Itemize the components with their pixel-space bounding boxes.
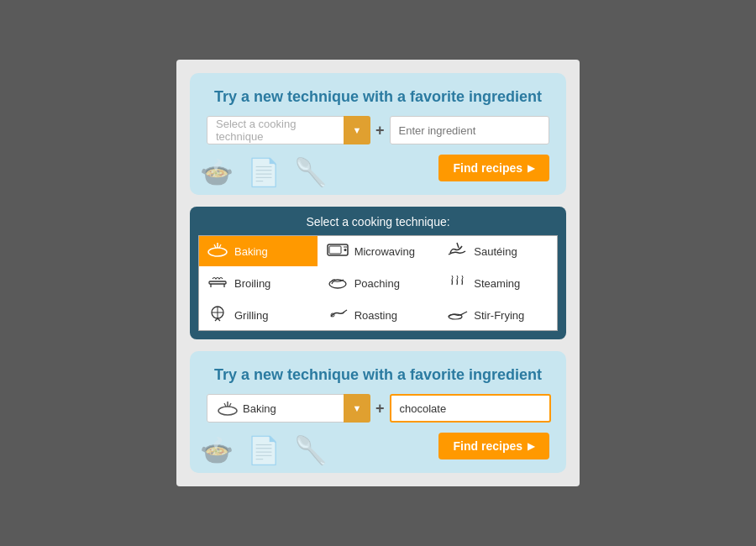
selected-technique-label: Baking	[243, 402, 276, 415]
card-filled: Try a new technique with a favorite ingr…	[190, 351, 566, 473]
svg-point-21	[218, 407, 237, 415]
svg-rect-5	[329, 246, 341, 254]
technique-grid: Baking Microwaving	[198, 235, 558, 331]
find-recipes-button-1[interactable]: Find recipes	[438, 155, 549, 181]
selected-technique-icon	[216, 400, 239, 417]
svg-point-6	[344, 249, 346, 251]
ingredient-input-2[interactable]	[390, 394, 551, 423]
grilling-icon	[206, 305, 229, 325]
svg-line-24	[229, 403, 231, 407]
baking-label: Baking	[234, 245, 268, 258]
whisk-icon-2: 🥄	[294, 434, 328, 466]
sauteing-icon	[445, 241, 469, 261]
main-container: Try a new technique with a favorite ingr…	[176, 60, 580, 486]
svg-line-19	[344, 310, 347, 312]
technique-item-stir-frying[interactable]: Stir-Frying	[438, 300, 557, 330]
svg-point-0	[208, 248, 227, 256]
bowl-icon: 🍲	[200, 156, 234, 188]
input-row-2: Baking +	[207, 394, 549, 423]
steaming-icon	[445, 273, 469, 293]
ingredient-input-1[interactable]	[390, 116, 549, 144]
technique-select-wrapper-1[interactable]: Select a cooking technique	[207, 116, 370, 144]
svg-rect-9	[209, 281, 226, 284]
recipe-icon-2: 📄	[247, 434, 281, 466]
plus-sign-2: +	[375, 400, 385, 417]
broiling-icon	[206, 273, 229, 293]
technique-item-baking[interactable]: Baking	[199, 236, 318, 266]
dropdown-arrow-2[interactable]	[344, 394, 370, 423]
steaming-label: Steaming	[474, 277, 520, 290]
technique-item-broiling[interactable]: Broiling	[199, 268, 318, 298]
technique-item-poaching[interactable]: Poaching	[319, 268, 438, 298]
poaching-label: Poaching	[354, 277, 400, 290]
technique-item-microwaving[interactable]: Microwaving	[319, 236, 438, 266]
bowl-icon-2: 🍲	[200, 434, 234, 466]
poaching-icon	[326, 273, 349, 293]
baking-icon	[206, 241, 229, 261]
find-recipes-button-2[interactable]: Find recipes	[438, 433, 549, 459]
technique-item-steaming[interactable]: Steaming	[438, 268, 557, 298]
technique-placeholder-1: Select a cooking technique	[216, 118, 339, 143]
microwaving-icon	[326, 241, 349, 261]
svg-line-8	[457, 243, 459, 248]
technique-item-roasting[interactable]: Roasting	[319, 300, 438, 330]
plus-sign-1: +	[375, 122, 385, 139]
stir-frying-icon	[445, 305, 469, 325]
roasting-label: Roasting	[354, 309, 397, 322]
card1-title: Try a new technique with a favorite ingr…	[207, 88, 549, 106]
technique-item-sauteing[interactable]: Sautéing	[438, 236, 557, 266]
whisk-icon: 🥄	[294, 156, 328, 188]
svg-line-23	[224, 403, 226, 407]
grilling-label: Grilling	[234, 309, 268, 322]
broiling-label: Broiling	[234, 277, 270, 290]
microwaving-label: Microwaving	[354, 245, 415, 258]
recipe-icon: 📄	[247, 156, 281, 188]
technique-select-wrapper-2[interactable]: Baking	[207, 394, 370, 423]
dropdown-panel-title: Select a cooking technique:	[198, 215, 558, 228]
dropdown-arrow-1[interactable]	[344, 116, 370, 144]
decorative-icons-2: 🍲 📄 🥄	[200, 434, 328, 466]
technique-dropdown-panel: Select a cooking technique: Baking	[190, 207, 566, 339]
svg-line-3	[219, 244, 221, 248]
roasting-icon	[326, 305, 349, 325]
svg-line-2	[214, 244, 216, 248]
input-row-1: Select a cooking technique +	[207, 116, 549, 144]
sauteing-label: Sautéing	[474, 245, 517, 258]
decorative-icons-1: 🍲 📄 🥄	[200, 156, 328, 188]
technique-item-grilling[interactable]: Grilling	[199, 300, 318, 330]
stir-frying-label: Stir-Frying	[474, 309, 524, 322]
card2-title: Try a new technique with a favorite ingr…	[207, 366, 549, 384]
card-empty: Try a new technique with a favorite ingr…	[190, 73, 566, 195]
